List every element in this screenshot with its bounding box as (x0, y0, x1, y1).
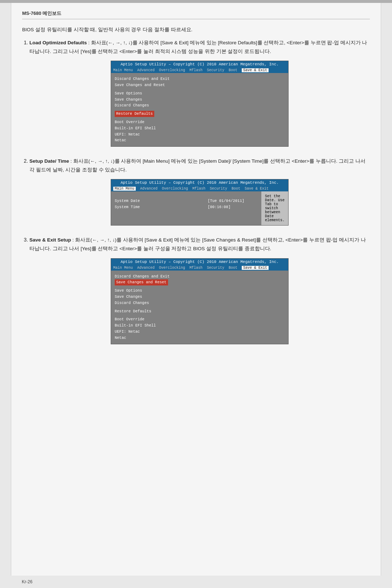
bios-screenshot-3: Aptio Setup Utility – Copyright (C) 2010… (111, 258, 289, 344)
menu-overclocking-3: Overclocking (159, 266, 185, 270)
intro-text: BIOS 설정 유틸리티를 시작할 때, 일반적 사용의 경우 다음 절차를 따… (22, 26, 370, 34)
menu-save-exit[interactable]: Save & Exit (242, 68, 269, 72)
bios-menu-list-1: Discard Changes and Exit Save Changes an… (111, 73, 205, 146)
spacer (115, 314, 202, 316)
bios-item-discard-changes[interactable]: Discard Changes (115, 102, 202, 109)
bios-item-uefi-netac[interactable]: UEFI: Netac (115, 131, 202, 138)
bios-menubar-3: Main Menu Advanced Overclocking Mflash S… (111, 265, 288, 271)
step1-text: Load Optimized Defaults : 화사표(←, →, ↑, ↓… (29, 38, 370, 56)
bios-left-datetime: System Date System Time (111, 191, 204, 225)
bios-title-3: Aptio Setup Utility – Copyright (C) 2010… (111, 259, 288, 265)
menu-boot-3: Boot (229, 266, 237, 270)
bios-menubar-1: Main Menu Advanced Overclocking Mflash S… (111, 68, 288, 73)
menu-save-exit-2: Save & Exit (245, 187, 269, 191)
bios-item-save-changes[interactable]: Save Changes (115, 97, 202, 103)
bios-system-time-value: [00:16:08] (208, 204, 258, 210)
step1-bold: Load Optimized Defaults (29, 40, 87, 45)
bios-right-panel-1 (205, 73, 288, 146)
bios-body-3: Discard Changes and Exit Save Changes an… (111, 271, 288, 344)
menu-advanced-3: Advanced (137, 266, 155, 270)
page-outer: MS-7680 메인보드 BIOS 설정 유틸리티를 시작할 때, 일반적 사용… (0, 0, 392, 588)
bios-section-boot-override: Boot Override (115, 120, 144, 124)
menu-mflash-3: Mflash (189, 266, 203, 270)
bios-item-save-reset[interactable]: Save Changes and Reset (115, 82, 202, 88)
menu-boot-2: Boot (232, 187, 240, 191)
bios3-item-efi-shell[interactable]: Built-in EFI Shell (115, 323, 202, 329)
bios-title-1: Aptio Setup Utility – Copyright (C) 2010… (111, 61, 288, 68)
menu-overclocking: Overclocking (159, 68, 185, 72)
page-footer: Kr-26 (11, 576, 381, 588)
bios-item-discard-exit[interactable]: Discard Changes and Exit (115, 76, 202, 82)
bios-mid-datetime: [Tue 01/04/2011] [00:16:08] (204, 191, 261, 225)
bios-menu-list-3: Discard Changes and Exit Save Changes an… (111, 271, 205, 344)
menu-main-3: Main Menu (113, 266, 133, 270)
bios-title-2: Aptio Setup Utility – Copyright (C) 2010… (111, 179, 288, 186)
bios3-item-uefi-netac[interactable]: UEFI: Netac (115, 329, 202, 335)
bios3-section-boot-override: Boot Override (115, 317, 144, 321)
bios-menubar-2: Main Menu Advanced Overclocking Mflash S… (111, 186, 288, 191)
bios3-item-discard-exit[interactable]: Discard Changes and Exit (115, 273, 202, 280)
steps-list: Load Optimized Defaults : 화사표(←, →, ↑, ↓… (22, 38, 370, 344)
bios-system-date-label[interactable]: System Date (115, 198, 200, 204)
menu-main-2[interactable]: Main Menu (113, 187, 136, 191)
menu-advanced: Advanced (137, 68, 155, 72)
bios3-item-save-changes[interactable]: Save Changes (115, 294, 202, 300)
bios-section-save-options: Save Options (115, 91, 142, 96)
bios-right-panel-3 (205, 271, 288, 344)
bios-item-netac[interactable]: Netac (115, 137, 202, 143)
page-number: Kr-26 (22, 579, 32, 584)
menu-security: Security (207, 68, 224, 72)
spacer (115, 88, 202, 90)
step3-text: Save & Exit Setup : 화사표(←, →, ↑, ↓)를 사용하… (29, 236, 370, 253)
step2-text: Setup Date/ Time : 화사표(←, →, ↑, ↓)를 사용하여… (29, 157, 370, 174)
menu-security-2: Security (210, 187, 227, 191)
bios3-item-netac[interactable]: Netac (115, 335, 202, 341)
bios-body-1: Discard Changes and Exit Save Changes an… (111, 73, 288, 146)
bios-system-date-value: [Tue 01/04/2011] (208, 198, 258, 204)
bios-help-text: Set the Date. Use Tab to switch between … (265, 194, 285, 222)
spacer (115, 117, 202, 119)
menu-mflash: Mflash (189, 68, 203, 72)
bios3-section-save-options: Save Options (115, 288, 142, 293)
bios-system-time-label[interactable]: System Time (115, 204, 200, 210)
bios-2col: System Date System Time [Tue 01/04/2011]… (111, 191, 288, 225)
bios3-item-restore-defaults[interactable]: Restore Defaults (115, 308, 202, 315)
bios-item-restore-defaults[interactable]: Restore Defaults (115, 111, 154, 117)
menu-main: Main Menu (113, 68, 133, 72)
menu-advanced-2: Advanced (140, 187, 158, 191)
step3-bold: Save & Exit Setup (29, 237, 71, 243)
list-item: Setup Date/ Time : 화사표(←, →, ↑, ↓)를 사용하여… (29, 157, 370, 226)
bios3-item-discard-changes[interactable]: Discard Changes (115, 300, 202, 306)
menu-overclocking-2: Overclocking (162, 187, 188, 191)
menu-mflash-2: Mflash (192, 187, 205, 191)
top-bar (0, 0, 392, 3)
menu-save-exit-3[interactable]: Save & Exit (242, 266, 269, 270)
list-item: Load Optimized Defaults : 화사표(←, →, ↑, ↓… (29, 38, 370, 147)
spacer (115, 285, 202, 288)
bios-screenshot-1: Aptio Setup Utility – Copyright (C) 2010… (111, 61, 289, 147)
menu-boot: Boot (229, 68, 237, 72)
bios-datetime-help: Set the Date. Use Tab to switch between … (261, 191, 288, 225)
step2-bold: Setup Date/ Time (29, 158, 69, 164)
bios-item-efi-shell[interactable]: Built-in EFI Shell (115, 125, 202, 131)
bios-body-2: System Date System Time [Tue 01/04/2011]… (111, 191, 288, 225)
menu-security-3: Security (207, 266, 224, 270)
bios-screenshot-2: Aptio Setup Utility – Copyright (C) 2010… (111, 179, 289, 226)
page-title: MS-7680 메인보드 (22, 10, 370, 19)
bios3-item-save-reset[interactable]: Save Changes and Reset (115, 279, 168, 285)
list-item: Save & Exit Setup : 화사표(←, →, ↑, ↓)를 사용하… (29, 236, 370, 344)
page-inner: MS-7680 메인보드 BIOS 설정 유틸리티를 시작할 때, 일반적 사용… (11, 3, 381, 576)
